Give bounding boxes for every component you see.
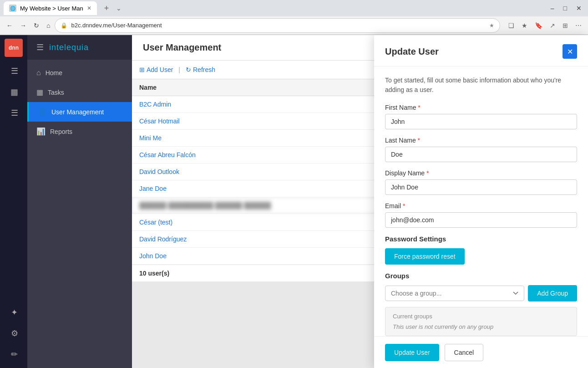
sidebar-item-home[interactable]: ⌂ Home xyxy=(27,63,132,82)
home-icon: ⌂ xyxy=(36,69,41,77)
sidebar-icon-tools[interactable]: ✦ xyxy=(0,302,27,323)
first-name-required: * xyxy=(418,104,420,111)
display-name-label: Display Name * xyxy=(385,169,577,177)
tab-title: My Website > User Man xyxy=(20,5,83,12)
share-button[interactable]: ↗ xyxy=(547,19,558,32)
sidebar-item-reports[interactable]: 📊 Reports xyxy=(27,122,132,141)
logo-rest: quia xyxy=(71,43,89,52)
first-name-group: First Name * xyxy=(385,104,577,129)
back-button[interactable]: ← xyxy=(4,19,15,32)
cancel-label: Cancel xyxy=(454,349,474,356)
email-required: * xyxy=(403,202,405,210)
first-name-input[interactable] xyxy=(385,114,577,129)
sidebar-icon-grid[interactable]: ▦ xyxy=(0,82,27,102)
last-name-label: Last Name * xyxy=(385,137,577,144)
bookmark-button[interactable]: 🔖 xyxy=(532,19,545,32)
favorites-button[interactable]: ★ xyxy=(519,19,530,32)
refresh-icon: ↻ xyxy=(186,66,191,73)
groups-section: Groups Choose a group... Add Group Curre… xyxy=(385,272,577,336)
star-icon[interactable]: ★ xyxy=(489,22,494,29)
tab-favicon: 🌐 xyxy=(9,5,16,12)
modal-close-button[interactable]: ✕ xyxy=(563,44,577,59)
close-window-button[interactable]: ✕ xyxy=(573,2,584,15)
sidebar-label-reports: Reports xyxy=(50,128,72,135)
logo-accent: intele xyxy=(49,43,71,52)
sidebar-icon-document[interactable]: ☰ xyxy=(0,102,27,123)
update-user-label: Update User xyxy=(394,349,430,356)
sidebar-icon-edit[interactable]: ✏ xyxy=(0,344,27,365)
add-group-label: Add Group xyxy=(537,290,568,297)
tab-list-button[interactable]: ⌄ xyxy=(116,5,122,12)
current-groups-box: Current groups This user is not currentl… xyxy=(385,307,577,336)
pencil-icon: ✏ xyxy=(11,349,18,359)
settings-icon: ⚙ xyxy=(11,328,18,338)
add-user-label: Add User xyxy=(147,66,173,73)
refresh-button[interactable]: ↻ Refresh xyxy=(186,66,215,73)
password-settings-section: Password Settings Force password reset xyxy=(385,235,577,265)
grid-icon: ▦ xyxy=(10,87,18,97)
close-icon: ✕ xyxy=(567,47,573,56)
add-user-icon: ⊞ xyxy=(139,66,145,73)
home-button[interactable]: ⌂ xyxy=(44,19,53,32)
modal-title: Update User xyxy=(385,46,439,57)
modal-header: Update User ✕ xyxy=(374,35,588,66)
lock-icon: 🔒 xyxy=(61,22,67,29)
force-password-reset-button[interactable]: Force password reset xyxy=(385,248,465,265)
address-bar[interactable]: 🔒 b2c.dnndev.me/User-Management ★ xyxy=(55,18,500,33)
hamburger-icon: ☰ xyxy=(11,66,18,76)
password-settings-title: Password Settings xyxy=(385,235,577,243)
reports-icon: 📊 xyxy=(36,127,46,136)
dnn-logo: dnn xyxy=(5,39,23,57)
current-groups-label: Current groups xyxy=(393,313,569,320)
sidebar-item-tasks[interactable]: ▦ Tasks xyxy=(27,82,132,102)
sidebar-logo: intelequia xyxy=(49,43,89,52)
extensions-button[interactable]: ⊞ xyxy=(560,19,571,32)
sidebar-icon-settings[interactable]: ⚙ xyxy=(0,323,27,344)
tab-close-button[interactable]: ✕ xyxy=(87,5,91,11)
logo-icon: dnn xyxy=(9,45,19,51)
browser-title-bar: 🌐 My Website > User Man ✕ + ⌄ – □ ✕ xyxy=(0,0,588,16)
minimize-button[interactable]: – xyxy=(548,2,557,15)
browser-tab[interactable]: 🌐 My Website > User Man ✕ xyxy=(4,1,97,15)
document-icon: ☰ xyxy=(11,108,18,118)
sidebar-label-user-management: User Management xyxy=(51,108,104,116)
more-button[interactable]: ⋯ xyxy=(573,19,584,32)
force-password-reset-label: Force password reset xyxy=(394,253,456,260)
forward-button[interactable]: → xyxy=(17,19,29,32)
email-group: Email * xyxy=(385,202,577,228)
display-name-required: * xyxy=(426,169,429,177)
toolbar-separator: | xyxy=(178,66,180,73)
update-user-button[interactable]: Update User xyxy=(385,344,439,361)
email-input[interactable] xyxy=(385,212,577,228)
refresh-label: Refresh xyxy=(193,66,215,73)
sidebar-hamburger-button[interactable]: ☰ xyxy=(35,41,46,54)
add-group-button[interactable]: Add Group xyxy=(528,285,577,302)
modal-description: To get started, fill out some basic info… xyxy=(385,76,577,95)
add-user-button[interactable]: ⊞ Add User xyxy=(139,66,173,73)
display-name-input[interactable] xyxy=(385,179,577,195)
browser-toolbar: ❏ ★ 🔖 ↗ ⊞ ⋯ xyxy=(506,19,584,32)
groups-select[interactable]: Choose a group... xyxy=(385,286,524,301)
groups-title: Groups xyxy=(385,272,577,280)
last-name-input[interactable] xyxy=(385,147,577,162)
maximize-button[interactable]: □ xyxy=(561,2,570,15)
email-label: Email * xyxy=(385,202,577,210)
sidebar-item-user-management[interactable]: 👤 User Management xyxy=(27,102,132,122)
icon-sidebar: dnn ☰ ▦ ☰ ✦ ⚙ ✏ xyxy=(0,35,27,368)
sidebar-icon-menu[interactable]: ☰ xyxy=(0,61,27,82)
current-groups-empty: This user is not currently on any group xyxy=(393,323,569,330)
cancel-button[interactable]: Cancel xyxy=(445,344,484,361)
sidebar-nav: ⌂ Home ▦ Tasks 👤 User Management 📊 Repor… xyxy=(27,60,132,145)
new-tab-button[interactable]: + xyxy=(101,4,113,13)
app-container: dnn ☰ ▦ ☰ ✦ ⚙ ✏ ☰ intelequia xyxy=(0,35,588,368)
modal-footer: Update User Cancel xyxy=(374,336,588,368)
tasks-icon: ▦ xyxy=(36,88,43,97)
browser-chrome: 🌐 My Website > User Man ✕ + ⌄ – □ ✕ ← → … xyxy=(0,0,588,35)
address-text[interactable]: b2c.dnndev.me/User-Management xyxy=(71,22,486,29)
sidebar-label-home: Home xyxy=(46,69,62,77)
first-name-label: First Name * xyxy=(385,104,577,111)
refresh-button[interactable]: ↻ xyxy=(31,19,42,32)
last-name-required: * xyxy=(418,137,420,144)
display-name-group: Display Name * xyxy=(385,169,577,195)
reader-mode-button[interactable]: ❏ xyxy=(506,19,517,32)
